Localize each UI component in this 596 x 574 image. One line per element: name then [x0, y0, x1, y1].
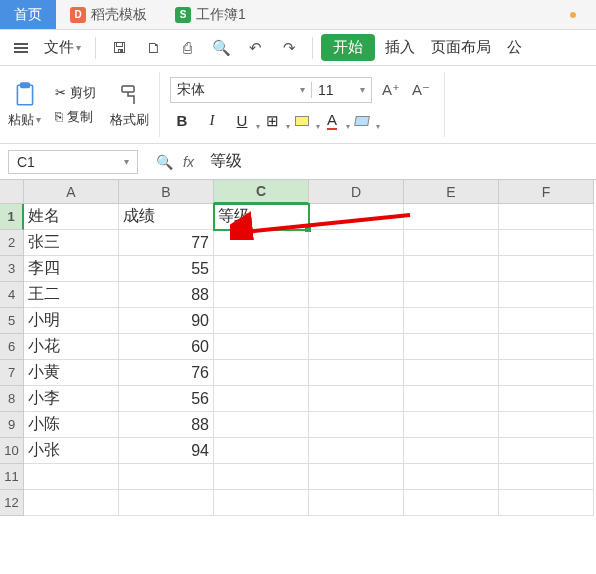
cell[interactable]: 76: [119, 360, 214, 386]
cell[interactable]: [309, 360, 404, 386]
cell[interactable]: [499, 204, 594, 230]
cut-button[interactable]: ✂剪切: [51, 82, 100, 104]
cell[interactable]: 94: [119, 438, 214, 464]
borders-button[interactable]: ⊞▾: [260, 109, 284, 133]
cell[interactable]: [404, 204, 499, 230]
column-header[interactable]: E: [404, 180, 499, 204]
cell[interactable]: [309, 412, 404, 438]
cell[interactable]: 小李: [24, 386, 119, 412]
cell[interactable]: [214, 412, 309, 438]
qa-save[interactable]: 🖫: [104, 35, 134, 61]
cell[interactable]: [309, 204, 404, 230]
cell[interactable]: [404, 464, 499, 490]
zoom-icon[interactable]: 🔍: [156, 154, 173, 170]
fill-color-button[interactable]: ▾: [290, 109, 314, 133]
cell[interactable]: 成绩: [119, 204, 214, 230]
column-header[interactable]: D: [309, 180, 404, 204]
row-header[interactable]: 2: [0, 230, 24, 256]
cell[interactable]: [214, 386, 309, 412]
cell[interactable]: [404, 490, 499, 516]
cell[interactable]: 60: [119, 334, 214, 360]
cell[interactable]: [499, 308, 594, 334]
cell[interactable]: 88: [119, 412, 214, 438]
cell[interactable]: [214, 360, 309, 386]
column-header[interactable]: B: [119, 180, 214, 204]
tab-home[interactable]: 首页: [0, 0, 56, 29]
bold-button[interactable]: B: [170, 109, 194, 133]
menu-file[interactable]: 文件▾: [38, 34, 87, 61]
cell[interactable]: 李四: [24, 256, 119, 282]
copy-button[interactable]: ⎘复制: [51, 106, 97, 128]
cell[interactable]: 55: [119, 256, 214, 282]
cell[interactable]: [309, 256, 404, 282]
row-header[interactable]: 12: [0, 490, 24, 516]
cell[interactable]: [499, 438, 594, 464]
row-header[interactable]: 3: [0, 256, 24, 282]
qa-redo[interactable]: ↷: [274, 35, 304, 61]
cell[interactable]: [309, 308, 404, 334]
clear-format-button[interactable]: ▾: [350, 109, 374, 133]
cell[interactable]: [309, 334, 404, 360]
row-header[interactable]: 11: [0, 464, 24, 490]
cell[interactable]: [499, 256, 594, 282]
cell[interactable]: [119, 464, 214, 490]
font-color-button[interactable]: A▾: [320, 109, 344, 133]
cell[interactable]: 小黄: [24, 360, 119, 386]
cell[interactable]: [404, 256, 499, 282]
cell[interactable]: [309, 438, 404, 464]
font-size-select[interactable]: 11▾: [311, 82, 371, 98]
cell[interactable]: [214, 438, 309, 464]
cell[interactable]: [24, 464, 119, 490]
cell[interactable]: [499, 282, 594, 308]
cell[interactable]: [214, 256, 309, 282]
column-header[interactable]: C: [214, 180, 309, 204]
cell[interactable]: [499, 464, 594, 490]
cell[interactable]: 小花: [24, 334, 119, 360]
cell[interactable]: [499, 230, 594, 256]
qa-undo[interactable]: ↶: [240, 35, 270, 61]
cell[interactable]: [214, 334, 309, 360]
menu-formula[interactable]: 公: [501, 34, 528, 61]
cell[interactable]: [404, 308, 499, 334]
cell[interactable]: [404, 412, 499, 438]
decrease-font-button[interactable]: A⁻: [408, 79, 434, 101]
menu-start[interactable]: 开始: [321, 34, 375, 61]
column-header[interactable]: A: [24, 180, 119, 204]
cell[interactable]: 张三: [24, 230, 119, 256]
row-header[interactable]: 5: [0, 308, 24, 334]
cell[interactable]: [499, 334, 594, 360]
cell[interactable]: [214, 308, 309, 334]
qa-new[interactable]: 🗋: [138, 35, 168, 61]
row-header[interactable]: 1: [0, 204, 24, 230]
cell[interactable]: 90: [119, 308, 214, 334]
menu-page-layout[interactable]: 页面布局: [425, 34, 497, 61]
row-header[interactable]: 4: [0, 282, 24, 308]
cell[interactable]: [499, 490, 594, 516]
cell[interactable]: [309, 230, 404, 256]
column-header[interactable]: F: [499, 180, 594, 204]
cell[interactable]: [214, 464, 309, 490]
cell[interactable]: [309, 386, 404, 412]
cell[interactable]: [119, 490, 214, 516]
menu-hamburger[interactable]: [8, 39, 34, 57]
cell[interactable]: [24, 490, 119, 516]
font-name-select[interactable]: 宋体▾: [171, 81, 311, 99]
cell[interactable]: [404, 360, 499, 386]
cell[interactable]: [404, 438, 499, 464]
row-header[interactable]: 7: [0, 360, 24, 386]
increase-font-button[interactable]: A⁺: [378, 79, 404, 101]
cell[interactable]: [309, 490, 404, 516]
italic-button[interactable]: I: [200, 109, 224, 133]
cell[interactable]: 88: [119, 282, 214, 308]
name-box[interactable]: C1▾: [8, 150, 138, 174]
cell[interactable]: 56: [119, 386, 214, 412]
cell[interactable]: 等级: [214, 204, 309, 230]
cell[interactable]: [309, 464, 404, 490]
cell[interactable]: [309, 282, 404, 308]
cell[interactable]: 姓名: [24, 204, 119, 230]
cell[interactable]: [404, 230, 499, 256]
qa-preview[interactable]: 🔍: [206, 35, 236, 61]
cell[interactable]: 小陈: [24, 412, 119, 438]
cell[interactable]: 小明: [24, 308, 119, 334]
select-all-corner[interactable]: [0, 180, 24, 204]
